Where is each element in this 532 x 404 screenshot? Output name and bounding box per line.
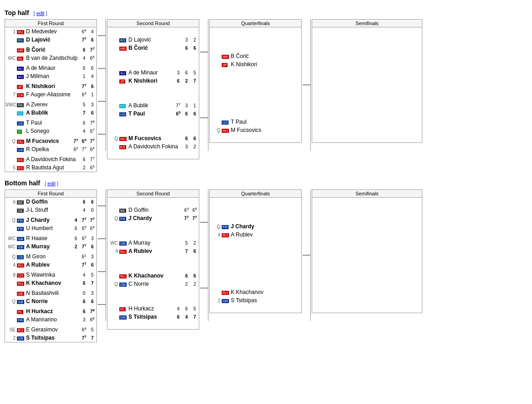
top-sf-connector [303,19,311,151]
player-row: Q HU M Fucsovics 77 64 77 [5,137,96,145]
bottom-first-round-header: First Round [5,190,96,198]
bottom-half-edit[interactable]: [ edit ] [45,181,59,186]
player-row: Q GB C Norrie 6 6 [5,297,96,305]
player-row: KZ A Bublik 77 3 1 [107,101,199,110]
player-row: Q FR J Chardy 77 77 [107,214,199,222]
player-row: WC GB A Murray 5 2 [107,239,199,247]
top-half-edit[interactable]: [ edit ] [33,10,47,16]
player-row: AU J Millman 1 4 [5,72,96,80]
top-semis-header: Semifinals [312,20,422,27]
top-quarters-header: Quarterfinals [210,20,301,27]
player-row: Q US M Giron 61 3 [5,252,96,261]
player-row: ES A Davidovich Fokina 6 77 [5,155,96,163]
bottom-first-round-players: 6 BE D Goffin 6 6 DE J-L Struff 4 0 Q [5,198,96,342]
player-row: JP K Nishikori 77 6 [5,82,96,90]
player-row: ES A Davidovich Fokina 3 2 [107,142,199,151]
player-row: 2 GR S Tsitsipas [210,296,301,304]
player-row: SE RU E Gerasimov 64 5 [5,325,96,334]
bottom-second-round-box: Second Round BE D Goffin 63 65 Q FR J Ch… [107,189,199,330]
player-row: US T Paul 65 6 6 [107,110,199,118]
player-row: HR B Čorić [210,52,301,60]
player-row: 4 RU A Rublev [210,231,301,239]
player-row: 4 RU A Rublev 7 6 [107,247,199,255]
player-row: WC NL B van de Zandschulp 4 64 [5,54,96,62]
player-row: Q GB C Norrie 2 2 [107,280,199,288]
player-row: 3/WC DE A Zverev 5 3 [5,100,96,109]
player-row: JP K Nishikori [210,60,301,68]
player-row: PL H Hurkacz 6 78 [5,307,96,315]
player-row: 7 CA F Auger-Aliassime 64 1 [5,90,96,99]
player-row: DE J-L Struff 4 0 [5,206,96,214]
player-row: AU A de Minaur 6 6 [5,64,96,72]
bottom-first-round-box: First Round 6 BE D Goffin 6 6 DE J-L Str… [5,189,97,342]
player-row: RU K Khachanov [210,288,301,296]
top-semis-players [312,27,422,142]
player-row [312,247,422,255]
top-sr-connector [98,19,106,151]
top-first-round-players: 1 RU D Medvedev 64 4 RS D Lajović 77 6 [5,27,96,172]
player-row: PL H Hurkacz 4 6 5 [107,304,199,313]
bottom-quarters-box: Quarterfinals Q FR J Chardy 4 RU A Ruble… [209,189,302,313]
player-row: Q HU M Fucsovics 6 6 [107,134,199,142]
player-row: 4 RU A Rublev 77 6 [5,261,96,269]
top-first-round-header: First Round [5,20,96,27]
bottom-quarters-players: Q FR J Chardy 4 RU A Rublev [210,198,301,313]
player-row: WC GB R Haase 6 62 3 [5,234,96,242]
bottom-semis-players [312,198,422,313]
player-row: Q FR J Chardy 4 77 77 [5,216,96,224]
bottom-half-title: Bottom half [ edit ] [5,179,527,187]
player-row: HR B Čorić 6 77 [5,46,96,54]
top-first-round-box: First Round 1 RU D Medvedev 64 4 RS D La… [5,19,97,172]
player-row: Q HU M Fucsovics [210,126,301,134]
top-second-round-players: RS D Lajović 3 2 HR B Čorić 6 6 AU [107,27,199,159]
player-row: JP K Nishikori 6 2 7 [107,77,199,85]
player-row: FR A Mannarino 3 68 [5,315,96,324]
player-row: 1 RU D Medvedev 64 4 [5,27,96,36]
top-half-bracket: First Round 1 RU D Medvedev 64 4 RS D La… [5,19,527,172]
top-second-round-box: Second Round RS D Lajović 3 2 HR B Čorić… [107,19,199,159]
player-row: RS D Lajović 77 6 [5,36,96,44]
bottom-semis-header: Semifinals [312,190,422,198]
player-row: HR B Čorić 6 6 [107,44,199,52]
player-row: GR S Tsitsipas 6 4 7 [107,313,199,321]
bottom-second-round-header: Second Round [107,190,199,198]
player-row: 6 BE D Goffin 6 6 [5,198,96,206]
player-row: 5 ES R Bautista Agut 2 63 [5,163,96,172]
player-row: BE D Goffin 63 65 [107,206,199,214]
bottom-semis-box: Semifinals [312,189,422,313]
player-row: KZ A Bublik 7 6 [5,109,96,117]
player-row: RS D Lajović 3 2 [107,36,199,44]
player-row: AU A de Minaur 3 6 5 [107,68,199,77]
bottom-second-round-players: BE D Goffin 63 65 Q FR J Chardy 77 77 WC… [107,198,199,329]
bottom-half-bracket: First Round 6 BE D Goffin 6 6 DE J-L Str… [5,189,527,342]
player-row: GE N Basilashvili 0 3 [5,289,96,297]
player-row: RU K Khachanov 6 7 [5,279,96,287]
player-row: 2 GR S Tsitsipas 77 7 [5,334,96,342]
top-quarters-box: Quarterfinals HR B Čorić JP K Nishikori [209,19,302,143]
player-row: 8 CH S Wawrinka 4 5 [5,271,96,279]
player-row [312,77,422,85]
player-row: IT L Sonego 4 67 [5,127,96,135]
top-quarters-players: HR B Čorić JP K Nishikori U [210,27,301,142]
top-qf-connector [200,19,208,151]
player-row: US T Paul [210,118,301,126]
player-row: RU K Khachanov 6 6 [107,272,199,280]
bottom-sf-connector [303,189,311,321]
player-row: US T Paul 6 79 [5,119,96,127]
bottom-qf-connector [200,189,208,321]
player-row: WC GB A Murray 2 77 6 [5,242,96,251]
top-second-round-header: Second Round [107,20,199,27]
top-half-title: Top half [ edit ] [5,9,527,16]
bottom-quarters-header: Quarterfinals [210,190,301,198]
player-row: FR U Humbert 6 65 64 [5,224,96,232]
player-row [312,255,422,263]
player-row: Q FR J Chardy [210,222,301,231]
player-row: US R Opelka 62 77 64 [5,145,96,153]
player-row [312,85,422,93]
bottom-sr-connector [98,189,106,321]
top-semis-box: Semifinals [312,19,422,143]
